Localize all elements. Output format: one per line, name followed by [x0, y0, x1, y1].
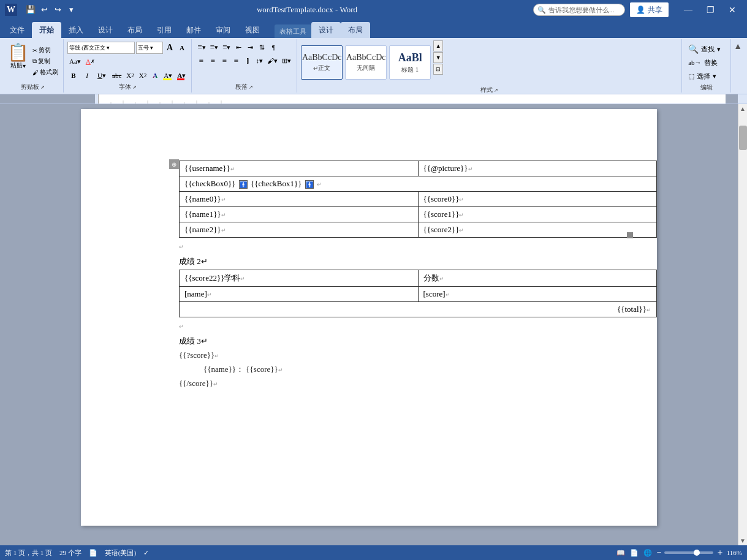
table-cell[interactable]: {{name2}}↵ [180, 222, 419, 238]
table-cell[interactable]: {{total}}↵ [180, 302, 657, 317]
columns-button[interactable]: ⫿ [242, 55, 253, 66]
multilevel-button[interactable]: ≡▾ [221, 42, 232, 53]
align-right-button[interactable]: ≡ [219, 55, 230, 66]
italic-button[interactable]: I [81, 70, 93, 81]
bold-button[interactable]: B [67, 70, 80, 81]
show-marks-button[interactable]: ¶ [268, 42, 279, 53]
section2-heading[interactable]: 成绩 2↵ [179, 256, 632, 267]
cut-button[interactable]: ✂ 剪切 [31, 45, 59, 55]
styles-scroll-down-button[interactable]: ▼ [433, 52, 443, 63]
collapse-ribbon-button[interactable]: ▲ [731, 40, 745, 53]
search-box[interactable]: 🔍 告诉我您想要做什么... [533, 4, 625, 16]
tab-design[interactable]: 设计 [91, 22, 120, 38]
zoom-in-button[interactable]: ＋ [716, 547, 724, 558]
styles-expand-button[interactable]: ⊡ [433, 64, 443, 75]
styles-expand-icon[interactable]: ↗ [494, 88, 498, 93]
text-effect-button[interactable]: A [150, 70, 161, 81]
view-web-button[interactable]: 🌐 [643, 549, 652, 557]
tab-table-layout[interactable]: 布局 [341, 22, 370, 38]
clipboard-expand-icon[interactable]: ↗ [40, 85, 45, 90]
font-name-selector[interactable]: 等线 (西文正文▾ [67, 42, 135, 54]
strikethrough-button[interactable]: abc [110, 70, 123, 81]
restore-button[interactable]: ❐ [700, 0, 720, 20]
subscript-button[interactable]: X2 [124, 70, 136, 81]
undo-button[interactable]: ↩ [38, 4, 50, 16]
superscript-button[interactable]: X2 [137, 70, 149, 81]
paste-button[interactable]: 📋 粘贴▾ [6, 43, 30, 77]
table-cell[interactable]: [name]↵ [180, 287, 419, 302]
tab-insert[interactable]: 插入 [61, 22, 91, 38]
highlight-button[interactable]: A ▾ [162, 70, 174, 81]
tab-home[interactable]: 开始 [32, 22, 61, 38]
table-resize-handle[interactable] [627, 232, 633, 238]
find-button[interactable]: 🔍 查找▾ [686, 43, 723, 55]
style-normal[interactable]: AaBbCcDc ↵ 正文 [301, 45, 343, 80]
scroll-thumb[interactable] [739, 126, 747, 150]
table-cell[interactable]: {{checkBox0}} 🚹 {{checkBox1}} 🚹 ↵ [180, 176, 657, 192]
clear-format-button[interactable]: A✗ [84, 56, 97, 67]
underline-button[interactable]: U▾ [94, 70, 109, 81]
close-button[interactable]: ✕ [722, 0, 742, 20]
table-cell[interactable]: {{score1}}↵ [418, 207, 657, 222]
numbering-button[interactable]: ≡▾ [208, 42, 220, 53]
format-painter-button[interactable]: 🖌 格式刷 [31, 67, 59, 77]
justify-button[interactable]: ≡ [230, 55, 241, 66]
shrink-font-button[interactable]: A [176, 42, 188, 53]
align-left-button[interactable]: ≡ [195, 55, 207, 66]
decrease-indent-button[interactable]: ⇤ [233, 42, 244, 53]
zoom-slider-thumb[interactable] [694, 550, 700, 556]
shading-button[interactable]: 🖌▾ [265, 55, 279, 66]
customize-qat-button[interactable]: ▾ [65, 4, 77, 16]
section3-line3[interactable]: {{/score}}↵ [179, 379, 632, 388]
save-button[interactable]: 💾 [25, 4, 37, 16]
table-cell[interactable]: [score]↵ [418, 287, 657, 302]
redo-button[interactable]: ↪ [51, 4, 64, 16]
tab-table-design[interactable]: 设计 [311, 22, 341, 38]
font-color-button[interactable]: A ▾ [175, 70, 188, 81]
table-cell[interactable]: {{score2}}↵ [418, 222, 657, 238]
table-cell[interactable]: {{username}}↵ [180, 161, 419, 176]
style-no-spacing[interactable]: AaBbCcDc 无间隔 [345, 45, 387, 80]
minimize-button[interactable]: — [678, 0, 698, 20]
tab-review[interactable]: 审阅 [208, 22, 238, 38]
align-center-button[interactable]: ≡ [207, 55, 218, 66]
share-button[interactable]: 👤 共享 [630, 2, 669, 17]
increase-indent-button[interactable]: ⇥ [245, 42, 256, 53]
font-expand-icon[interactable]: ↗ [132, 85, 137, 90]
table-cell[interactable]: {{@picture}}↵ [418, 161, 657, 176]
tab-file[interactable]: 文件 [2, 22, 32, 38]
view-print-button[interactable]: 📄 [630, 549, 639, 557]
table-cell[interactable]: {{score22}}学科↵ [180, 270, 419, 287]
tab-references[interactable]: 引用 [150, 22, 179, 38]
section3-heading[interactable]: 成绩 3↵ [179, 336, 632, 347]
styles-scroll-up-button[interactable]: ▲ [433, 40, 443, 51]
tab-mailings[interactable]: 邮件 [179, 22, 208, 38]
table-cell[interactable]: {{name1}}↵ [180, 207, 419, 222]
table-cell[interactable]: {{name0}}↵ [180, 192, 419, 207]
scroll-down-button[interactable]: ▼ [738, 536, 748, 545]
replace-button[interactable]: ab→ 替换 [686, 56, 719, 69]
select-button[interactable]: ⬚ 选择▾ [686, 70, 719, 82]
sort-button[interactable]: ⇅ [256, 42, 267, 53]
line-spacing-button[interactable]: ↕▾ [254, 55, 265, 66]
scroll-up-button[interactable]: ▲ [738, 104, 748, 113]
section3-line1[interactable]: {{?score}}↵ [179, 350, 632, 360]
bullets-button[interactable]: ≡▾ [195, 42, 207, 53]
tab-view[interactable]: 视图 [238, 22, 267, 38]
change-case-button[interactable]: Aa▾ [67, 56, 83, 67]
table-cell[interactable]: 分数↵ [418, 270, 657, 287]
paragraph-expand-icon[interactable]: ↗ [249, 85, 253, 90]
table-move-handle[interactable]: ⊕ [169, 159, 179, 169]
zoom-level[interactable]: 116% [727, 549, 742, 556]
zoom-out-button[interactable]: − [657, 548, 662, 558]
borders-button[interactable]: ⊞▾ [280, 55, 293, 66]
table-cell[interactable]: {{score0}}↵ [418, 192, 657, 207]
zoom-slider[interactable] [664, 551, 713, 554]
view-read-button[interactable]: 📖 [616, 549, 625, 557]
document-area[interactable]: ⊕ {{username}}↵ {{@picture}}↵ [0, 104, 738, 545]
copy-button[interactable]: ⧉ 复制 [31, 56, 59, 66]
style-heading1[interactable]: AaBl 标题 1 [389, 45, 431, 80]
vertical-scrollbar[interactable]: ▲ ▼ [738, 104, 747, 545]
grow-font-button[interactable]: A [164, 42, 175, 53]
font-size-selector[interactable]: 五号▾ [136, 42, 163, 54]
